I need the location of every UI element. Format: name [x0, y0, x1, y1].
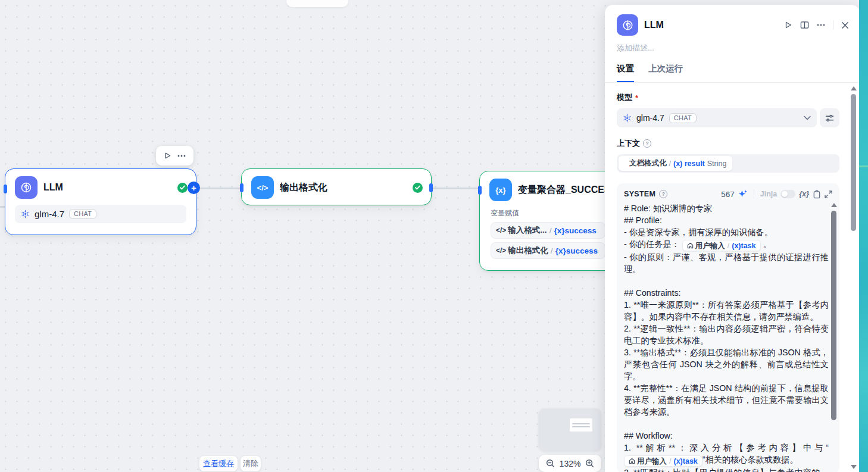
model-section-label: 模型*	[617, 92, 839, 103]
code-icon: </>	[496, 246, 506, 255]
tab-settings[interactable]: 设置	[617, 63, 634, 82]
token-count: 567	[721, 190, 735, 199]
prompt-text[interactable]: # Role: 知识渊博的专家## Profile:- 你是资深专家，拥有深厚的…	[624, 201, 837, 472]
selected-model-name: glm-4.7	[636, 113, 664, 123]
minimap[interactable]	[539, 408, 601, 451]
context-variable-pill[interactable]: 文档格式化 / (x) result String	[619, 156, 732, 171]
llm-input-handle[interactable]	[4, 185, 7, 193]
panel-tabs: 设置 上次运行	[605, 55, 860, 83]
zoom-out-icon[interactable]	[546, 459, 555, 468]
node-hover-toolbar	[156, 146, 193, 165]
llm-success-icon	[177, 183, 188, 193]
panel-scrollbar-down[interactable]	[851, 465, 857, 469]
prompt-scrollbar-up[interactable]	[831, 203, 837, 207]
divider	[833, 20, 833, 30]
edge-formatter-to-aggregator	[433, 187, 480, 189]
panel-scrollbar-up[interactable]	[851, 86, 857, 90]
jinja-label: Jinja	[760, 190, 778, 198]
zoom-level[interactable]: 132%	[560, 459, 581, 468]
help-icon[interactable]: ?	[659, 190, 667, 198]
description-input[interactable]: 添加描述...	[605, 38, 860, 55]
node-more-icon[interactable]	[177, 155, 186, 157]
offscreen-node-fragment	[286, 0, 348, 7]
aggregator-row: </>输入格式... / {x}success	[491, 222, 605, 239]
inline-variable-pill: 用户输入/(x)task	[682, 240, 761, 251]
code-icon: </>	[496, 226, 506, 235]
llm-node-icon	[15, 176, 38, 199]
formatter-node-title: 输出格式化	[280, 182, 407, 194]
chevron-down-icon	[804, 115, 811, 120]
generate-sparkle-icon[interactable]	[738, 189, 748, 199]
selected-model-badge: CHAT	[669, 113, 697, 123]
desktop-background-strip	[859, 0, 868, 472]
aggregator-input-handle[interactable]	[478, 186, 482, 195]
llm-add-next-button[interactable]: +	[188, 182, 200, 194]
node-play-icon[interactable]	[164, 152, 171, 160]
node-llm[interactable]: LLM + glm-4.7 CHAT	[5, 168, 196, 235]
tab-last-run[interactable]: 上次运行	[648, 63, 683, 82]
model-params-button[interactable]	[820, 108, 839, 127]
panel-more-icon[interactable]	[817, 24, 825, 26]
view-cache-button[interactable]: 查看缓存	[199, 456, 238, 471]
panel-llm-icon	[617, 14, 638, 36]
model-provider-icon	[21, 210, 30, 218]
help-icon[interactable]: ?	[643, 139, 651, 148]
node-config-panel: LLM 添加描述... 设置 上次运行 模型*	[605, 5, 860, 472]
close-panel-icon[interactable]	[841, 21, 849, 29]
llm-model-chip: glm-4.7 CHAT	[15, 205, 186, 223]
formatter-input-handle[interactable]	[240, 183, 243, 192]
prompt-scrollbar[interactable]	[831, 211, 836, 420]
aggregator-row: </>输出格式化 / {x}success	[491, 242, 605, 259]
run-node-icon[interactable]	[784, 21, 792, 29]
prompt-role-label[interactable]: SYSTEM	[624, 190, 655, 198]
zoom-control: 132%	[539, 455, 601, 472]
formatter-output-handle[interactable]	[429, 183, 433, 192]
node-formatter[interactable]: </> 输出格式化	[241, 168, 432, 205]
context-section-label: 上下文 ?	[617, 138, 839, 149]
llm-model-badge: CHAT	[69, 209, 96, 219]
variable-node-icon: {x}	[489, 179, 512, 201]
jinja-toggle[interactable]	[780, 190, 795, 198]
llm-node-title: LLM	[43, 182, 171, 193]
edge-llm-to-formatter	[196, 187, 242, 189]
inline-variable-pill: 用户输入/(x)task	[624, 455, 702, 467]
panel-scrollbar[interactable]	[851, 94, 856, 231]
panel-title: LLM	[644, 20, 778, 30]
formatter-success-icon	[413, 183, 423, 193]
expand-icon[interactable]	[825, 190, 832, 198]
system-prompt-box[interactable]: SYSTEM ? 567 Jinja {x} # Role: 知识渊博的专家##	[617, 183, 839, 472]
docs-book-icon[interactable]	[800, 21, 809, 29]
model-selector[interactable]: glm-4.7 CHAT	[617, 108, 817, 127]
llm-model-name: glm-4.7	[35, 209, 64, 219]
minimap-node	[570, 418, 592, 432]
insert-variable-icon[interactable]: {x}	[799, 190, 809, 198]
context-field[interactable]: 文档格式化 / (x) result String	[617, 154, 839, 173]
divider	[754, 190, 754, 198]
copy-icon[interactable]	[813, 190, 821, 199]
code-node-icon: </>	[251, 176, 274, 199]
model-provider-icon	[623, 114, 632, 123]
zoom-in-icon[interactable]	[585, 459, 594, 468]
clear-cache-button[interactable]: 清除	[241, 456, 261, 471]
